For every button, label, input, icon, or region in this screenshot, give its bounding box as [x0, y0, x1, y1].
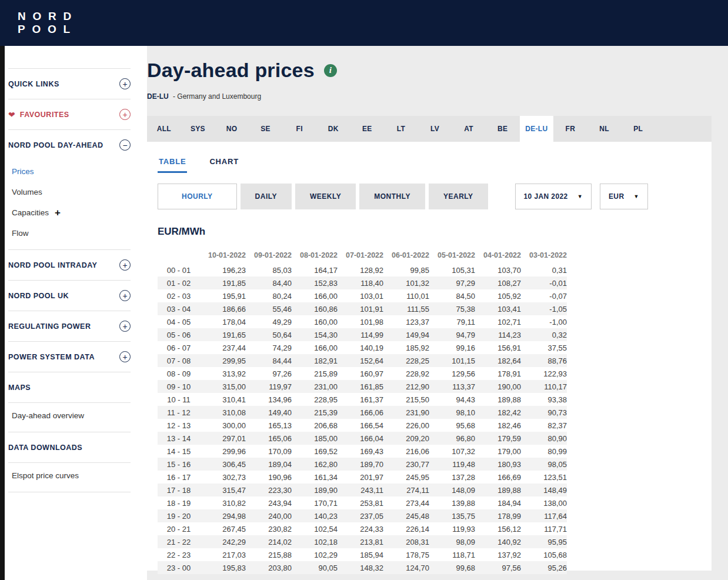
nordpool-logo[interactable]: NORD POOL	[18, 10, 78, 36]
sidebar-section-power-system-data[interactable]: POWER SYSTEM DATA+	[8, 342, 131, 372]
hour-cell: 18 - 19	[158, 496, 200, 509]
sidebar-section-nord-pool-intraday[interactable]: NORD POOL INTRADAY+	[8, 250, 131, 280]
price-cell: 101,32	[383, 276, 429, 289]
price-cell: 267,45	[200, 522, 246, 535]
sidebar-section-maps[interactable]: MAPS	[8, 372, 131, 402]
expand-plus-icon[interactable]: +	[119, 78, 131, 89]
expand-plus-icon[interactable]: +	[119, 351, 131, 362]
price-cell: 148,49	[521, 484, 567, 496]
region-tab-nl[interactable]: NL	[587, 116, 622, 142]
view-tab-chart[interactable]: CHART	[208, 152, 240, 173]
period-button-monthly[interactable]: MONTHLY	[359, 184, 425, 209]
sidebar-item-volumes[interactable]: Volumes	[12, 182, 131, 202]
region-tab-sys[interactable]: SYS	[181, 116, 215, 142]
period-button-yearly[interactable]: YEARLY	[429, 184, 488, 209]
expand-plus-icon[interactable]: +	[119, 290, 131, 301]
price-cell: -0,01	[521, 276, 567, 289]
table-row: 20 - 21267,45230,82102,54224,33226,14119…	[158, 522, 567, 535]
price-cell: 243,94	[246, 496, 292, 509]
sidebar-section-nord-pool-day-ahead[interactable]: NORD POOL DAY-AHEAD−	[8, 130, 131, 160]
region-tab-lt[interactable]: LT	[384, 116, 418, 142]
price-cell: 203,80	[246, 561, 292, 574]
price-cell: 148,09	[429, 484, 475, 496]
price-cell: 185,00	[292, 432, 338, 445]
price-cell: 206,68	[292, 419, 338, 432]
info-icon[interactable]: i	[324, 64, 337, 77]
price-cell: 166,69	[475, 471, 521, 484]
price-cell: 97,56	[475, 561, 521, 574]
price-table-head-row: 10-01-202209-01-202208-01-202207-01-2022…	[158, 249, 567, 264]
sidebar-section-data-downloads[interactable]: DATA DOWNLOADS	[8, 432, 131, 462]
price-cell: 231,90	[383, 406, 429, 419]
price-cell: 82,37	[521, 419, 567, 432]
region-tab-de-lu[interactable]: DE-LU	[520, 116, 554, 142]
price-cell: 209,20	[383, 432, 429, 445]
sidebar-item-flow[interactable]: Flow	[12, 223, 131, 244]
price-cell: 182,46	[475, 419, 521, 432]
currency-select[interactable]: EUR ▼	[600, 184, 648, 209]
region-tab-pl[interactable]: PL	[621, 116, 655, 142]
sidebar-item-prices[interactable]: Prices	[12, 161, 131, 182]
price-cell: 253,81	[338, 496, 383, 509]
sidebar-subitems: Elspot price curves	[8, 462, 131, 492]
expand-plus-icon[interactable]: +	[119, 259, 131, 271]
price-cell: 170,09	[246, 445, 292, 458]
date-select[interactable]: 10 JAN 2022 ▼	[515, 184, 592, 209]
expand-plus-icon[interactable]: +	[119, 109, 131, 120]
price-cell: 214,02	[246, 535, 292, 548]
sidebar-section-quick-links[interactable]: QUICK LINKS+	[8, 69, 131, 99]
sidebar-item-elspot-price-curves[interactable]: Elspot price curves	[12, 465, 131, 486]
price-cell: 182,64	[475, 354, 521, 367]
main-content: Day-ahead prices i DE-LU - Germany and L…	[147, 46, 728, 580]
sidebar-section-favourites[interactable]: ❤FAVOURITES+	[8, 99, 131, 129]
price-cell: 94,43	[429, 393, 475, 406]
period-button-daily[interactable]: DAILY	[241, 184, 292, 209]
region-tab-no[interactable]: NO	[215, 116, 249, 142]
price-cell: 103,01	[338, 289, 383, 302]
expand-plus-icon[interactable]: +	[119, 321, 131, 332]
sidebar-item-day-ahead-overview[interactable]: Day-ahead overview	[12, 405, 131, 426]
price-cell: 185,92	[383, 341, 429, 354]
price-cell: 110,01	[383, 289, 429, 302]
price-cell: 80,24	[246, 289, 292, 302]
region-tab-be[interactable]: BE	[486, 116, 520, 142]
price-cell: 110,17	[521, 380, 567, 393]
price-cell: 160,97	[338, 367, 383, 380]
region-tab-fr[interactable]: FR	[553, 116, 587, 142]
price-cell: 184,94	[475, 496, 521, 509]
plus-icon[interactable]: +	[55, 209, 61, 217]
top-bar: NORD POOL	[0, 0, 728, 46]
sidebar-item-label: Capacities	[12, 208, 49, 217]
logo-line-1: NORD	[18, 10, 78, 23]
region-tab-all[interactable]: ALL	[147, 116, 181, 142]
price-cell: 160,00	[292, 315, 338, 328]
price-cell: 114,23	[475, 328, 521, 341]
price-cell: 80,99	[521, 445, 567, 458]
sidebar-item-capacities[interactable]: Capacities+	[12, 202, 131, 223]
period-button-weekly[interactable]: WEEKLY	[295, 184, 356, 209]
collapse-minus-icon[interactable]: −	[119, 139, 131, 151]
sidebar-section-regulating-power[interactable]: REGULATING POWER+	[8, 311, 131, 341]
price-cell: 97,26	[246, 367, 292, 380]
price-cell: 84,40	[246, 276, 292, 289]
view-tab-table[interactable]: TABLE	[158, 152, 187, 173]
region-tab-at[interactable]: AT	[452, 116, 486, 142]
price-cell: 49,29	[246, 315, 292, 328]
price-cell: 152,64	[338, 354, 383, 367]
price-cell: 313,92	[200, 367, 246, 380]
hour-cell: 22 - 23	[158, 548, 200, 561]
price-cell: 230,77	[383, 458, 429, 471]
price-cell: 101,91	[338, 302, 383, 315]
period-button-hourly[interactable]: HOURLY	[158, 184, 237, 209]
hour-cell: 04 - 05	[158, 315, 200, 328]
region-tab-fi[interactable]: FI	[282, 116, 316, 142]
region-tab-se[interactable]: SE	[249, 116, 283, 142]
region-tab-ee[interactable]: EE	[350, 116, 385, 142]
date-select-value: 10 JAN 2022	[524, 192, 568, 201]
region-tab-lv[interactable]: LV	[418, 116, 452, 142]
region-tab-dk[interactable]: DK	[316, 116, 350, 142]
table-row: 13 - 14297,01165,06185,00166,04209,2096,…	[158, 432, 567, 445]
price-cell: 195,83	[200, 561, 246, 574]
hour-cell: 00 - 01	[158, 264, 200, 276]
sidebar-section-nord-pool-uk[interactable]: NORD POOL UK+	[8, 281, 131, 311]
